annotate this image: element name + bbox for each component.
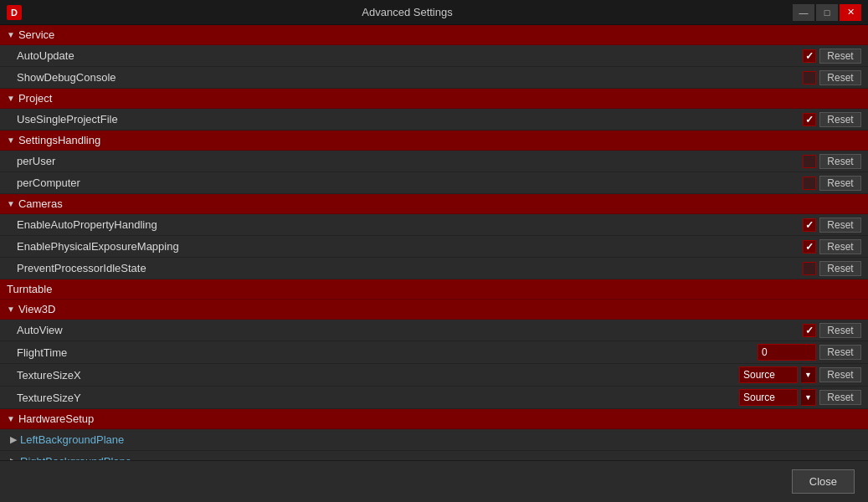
setting-control-view3d-1 <box>758 344 816 361</box>
checkbox-cameras-1[interactable] <box>803 240 816 254</box>
reset-button-view3d-3[interactable]: Reset <box>819 390 861 405</box>
section-arrow-hardware-setup: ▼ <box>7 414 15 423</box>
close-button[interactable]: Close <box>792 469 855 494</box>
section-label-cameras: Cameras <box>18 197 63 210</box>
settings-list[interactable]: ▼ServiceAutoUpdate ResetShowDebugConsole… <box>0 25 868 460</box>
setting-row-project-0: UseSingleProjectFile Reset <box>0 109 868 131</box>
setting-row-service-1: ShowDebugConsole Reset <box>0 67 868 89</box>
checkbox-cameras-2[interactable] <box>803 262 816 275</box>
checkbox-settings-handling-1[interactable] <box>803 177 816 190</box>
setting-name-cameras-0: EnableAutoPropertyHandling <box>17 218 803 231</box>
section-label-settings-handling: SettingsHandling <box>18 134 100 146</box>
section-label-project: Project <box>18 92 52 105</box>
reset-button-cameras-1[interactable]: Reset <box>819 239 861 254</box>
section-header-project[interactable]: ▼Project <box>0 89 868 109</box>
tree-item-hardware-setup-0[interactable]: ▶ LeftBackgroundPlane <box>0 429 868 451</box>
setting-control-project-0 <box>803 113 816 126</box>
setting-control-cameras-2 <box>803 262 816 275</box>
maximize-button[interactable]: □ <box>816 4 838 21</box>
section-arrow-cameras: ▼ <box>7 199 15 208</box>
setting-row-service-0: AutoUpdate Reset <box>0 45 868 67</box>
title-bar: D Advanced Settings — □ ✕ <box>0 0 868 25</box>
setting-name-view3d-3: TextureSizeY <box>17 392 739 404</box>
setting-control-service-0 <box>803 49 816 63</box>
setting-control-settings-handling-1 <box>803 177 816 190</box>
checkbox-cameras-0[interactable] <box>803 218 816 232</box>
tree-item-hardware-setup-1[interactable]: ▶ RightBackgroundPlane <box>0 451 868 460</box>
setting-row-settings-handling-0: perUser Reset <box>0 151 868 172</box>
title-bar-controls: — □ ✕ <box>793 4 861 21</box>
setting-control-cameras-1 <box>803 240 816 254</box>
setting-row-cameras-1: EnablePhysicalExposureMapping Reset <box>0 236 868 258</box>
checkbox-project-0[interactable] <box>803 113 816 126</box>
setting-row-view3d-1: FlightTime Reset <box>0 341 868 364</box>
section-header-view3d[interactable]: ▼View3D <box>0 300 868 320</box>
setting-control-view3d-2: Source25651210242048 ▼ <box>739 366 816 383</box>
reset-button-view3d-0[interactable]: Reset <box>819 323 861 338</box>
select-arrow-view3d-2[interactable]: ▼ <box>801 366 816 383</box>
checkbox-settings-handling-0[interactable] <box>803 155 816 168</box>
minimize-button[interactable]: — <box>793 4 814 21</box>
select-view3d-3[interactable]: Source25651210242048 <box>739 389 798 406</box>
section-header-hardware-setup[interactable]: ▼HardwareSetup <box>0 409 868 429</box>
reset-button-project-0[interactable]: Reset <box>819 112 861 127</box>
section-header-cameras[interactable]: ▼Cameras <box>0 194 868 214</box>
setting-name-project-0: UseSingleProjectFile <box>17 113 803 126</box>
checkbox-view3d-0[interactable] <box>803 324 816 337</box>
section-label-hardware-setup: HardwareSetup <box>18 412 94 425</box>
setting-name-settings-handling-0: perUser <box>17 155 803 167</box>
text-input-view3d-1[interactable] <box>758 344 816 361</box>
section-header-service[interactable]: ▼Service <box>0 25 868 45</box>
setting-name-service-0: AutoUpdate <box>17 49 803 62</box>
setting-row-cameras-2: PreventProcessorIdleState Reset <box>0 258 868 279</box>
setting-control-settings-handling-0 <box>803 155 816 168</box>
reset-button-service-1[interactable]: Reset <box>819 70 861 85</box>
setting-row-settings-handling-1: perComputer Reset <box>0 172 868 194</box>
setting-name-cameras-1: EnablePhysicalExposureMapping <box>17 240 803 253</box>
section-label-view3d: View3D <box>18 303 56 315</box>
section-arrow-settings-handling: ▼ <box>7 136 15 145</box>
reset-button-settings-handling-1[interactable]: Reset <box>819 176 861 191</box>
checkbox-service-0[interactable] <box>803 49 816 63</box>
reset-button-view3d-2[interactable]: Reset <box>819 367 861 382</box>
setting-name-cameras-2: PreventProcessorIdleState <box>17 262 803 274</box>
setting-control-view3d-3: Source25651210242048 ▼ <box>739 389 816 406</box>
main-content: ▼ServiceAutoUpdate ResetShowDebugConsole… <box>0 25 868 502</box>
setting-name-view3d-1: FlightTime <box>17 346 758 359</box>
reset-button-service-0[interactable]: Reset <box>819 49 861 64</box>
section-arrow-service: ▼ <box>7 30 15 39</box>
reset-button-cameras-0[interactable]: Reset <box>819 218 861 233</box>
select-arrow-view3d-3[interactable]: ▼ <box>801 389 816 406</box>
setting-control-cameras-0 <box>803 218 816 232</box>
setting-control-service-1 <box>803 71 816 85</box>
tree-label-hardware-setup-0: LeftBackgroundPlane <box>20 433 124 446</box>
section-header-turntable[interactable]: Turntable <box>0 279 868 300</box>
section-label-service: Service <box>18 28 54 41</box>
section-header-settings-handling[interactable]: ▼SettingsHandling <box>0 131 868 151</box>
setting-name-service-1: ShowDebugConsole <box>17 71 803 84</box>
section-arrow-view3d: ▼ <box>7 305 15 314</box>
checkbox-service-1[interactable] <box>803 71 816 85</box>
setting-row-cameras-0: EnableAutoPropertyHandling Reset <box>0 214 868 236</box>
reset-button-cameras-2[interactable]: Reset <box>819 261 861 276</box>
bottom-bar: Close <box>0 460 868 502</box>
setting-control-view3d-0 <box>803 324 816 337</box>
setting-row-view3d-3: TextureSizeY Source25651210242048 ▼ Rese… <box>0 387 868 409</box>
select-view3d-2[interactable]: Source25651210242048 <box>739 366 798 383</box>
window-close-button[interactable]: ✕ <box>840 4 861 21</box>
app-icon: D <box>7 5 22 20</box>
section-arrow-project: ▼ <box>7 94 15 103</box>
setting-row-view3d-2: TextureSizeX Source25651210242048 ▼ Rese… <box>0 364 868 387</box>
setting-name-view3d-0: AutoView <box>17 324 803 336</box>
setting-name-settings-handling-1: perComputer <box>17 177 803 189</box>
settings-panel: ▼ServiceAutoUpdate ResetShowDebugConsole… <box>0 25 868 502</box>
title-bar-left: D <box>7 5 22 20</box>
setting-name-view3d-2: TextureSizeX <box>17 369 739 382</box>
setting-row-view3d-0: AutoView Reset <box>0 320 868 341</box>
reset-button-view3d-1[interactable]: Reset <box>819 345 861 360</box>
title-bar-title: Advanced Settings <box>22 6 793 18</box>
reset-button-settings-handling-0[interactable]: Reset <box>819 154 861 169</box>
tree-arrow-hardware-setup-0: ▶ <box>10 434 17 445</box>
section-label: Turntable <box>7 283 52 295</box>
